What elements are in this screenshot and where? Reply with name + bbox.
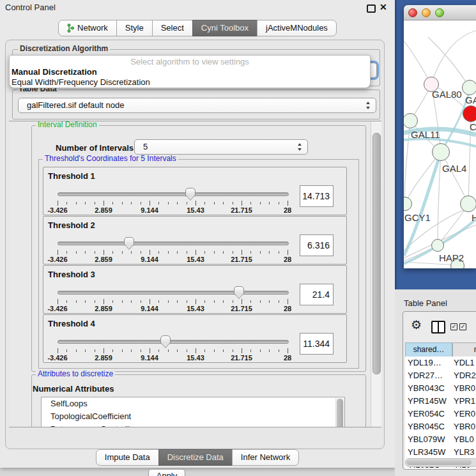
threshold-value-field[interactable]: 6.316 [300, 234, 334, 256]
attributes-list-scrollbar[interactable] [335, 398, 344, 427]
threshold-slider[interactable]: -3.4262.8599.14415.4321.71528 [58, 187, 288, 213]
threshold-slider[interactable]: -3.4262.8599.14415.4321.71528 [58, 285, 288, 312]
column-header-shared-name[interactable]: shared… [405, 342, 452, 357]
slider-tick [214, 349, 215, 352]
table-row[interactable]: YER054C YER0 [405, 408, 476, 420]
slider-tick [158, 349, 159, 352]
network-node-gal4[interactable] [432, 143, 450, 161]
table-horizontal-scrollbar[interactable] [405, 458, 476, 467]
tab-discretize-data[interactable]: Discretize Data [158, 449, 233, 466]
table-row[interactable]: YDL19… YDL1 [405, 357, 476, 369]
network-node-ga[interactable] [462, 80, 476, 95]
cell-name: YBR0 [454, 383, 475, 393]
tab-select[interactable]: Select [152, 20, 193, 36]
checkbox-icon[interactable]: ✓ [459, 323, 466, 330]
apply-button[interactable]: Apply [148, 469, 185, 476]
table-row[interactable]: YPR145W YPR1 [405, 395, 476, 408]
popup-item-manual-discretization[interactable]: Manual Discretization [12, 67, 97, 77]
slider-track[interactable] [58, 242, 289, 245]
slider-tick [112, 300, 113, 303]
column-header-name[interactable]: n... [452, 342, 476, 357]
network-node-hap2[interactable] [431, 239, 444, 252]
network-node-selected-red[interactable] [463, 105, 476, 122]
slider-tick [58, 250, 58, 255]
slider-tick-label: 2.859 [95, 206, 112, 214]
window-close-traffic-light[interactable] [408, 8, 417, 17]
scrollbar-thumb[interactable] [372, 133, 381, 374]
table-row[interactable]: YBR043C YBR0 [405, 382, 476, 395]
slider-thumb[interactable] [234, 286, 244, 295]
settings-vertical-scrollbar[interactable] [371, 121, 381, 427]
slider-tick-labels: -3.4262.8599.14415.4321.71528 [58, 206, 288, 214]
slider-tick [85, 202, 86, 204]
slider-ticks [58, 348, 288, 354]
slider-tick [177, 300, 178, 303]
slider-tick [112, 349, 113, 352]
slider-track[interactable] [58, 340, 289, 344]
threshold-panel: Threshold 3 21.4 -3.4262.8599.14415.4321… [43, 265, 347, 314]
slider-tick [76, 251, 77, 254]
slider-track[interactable] [58, 192, 289, 196]
numerical-attributes-list[interactable]: SelfLoopsTopologicalCoefficientBetweenne… [41, 397, 345, 427]
tab-jactivemnodules[interactable]: jActiveMNodules [257, 20, 337, 36]
slider-tick [196, 250, 196, 255]
tab-impute-data[interactable]: Impute Data [96, 449, 159, 466]
slider-thumb[interactable] [185, 188, 196, 197]
slider-thumb[interactable] [124, 237, 134, 246]
tab-style[interactable]: Style [116, 20, 153, 36]
slider-tick [279, 202, 279, 204]
slider-thumb[interactable] [160, 335, 171, 344]
slider-tick [141, 349, 141, 352]
slider-tick [187, 202, 187, 204]
network-node-h[interactable] [460, 196, 476, 212]
threshold-label: Threshold 3 [48, 270, 95, 279]
slider-tick [260, 349, 261, 352]
node-label: GA [465, 95, 476, 105]
popup-item-equal-width-frequency[interactable]: Equal Width/Frequency Discretization [12, 77, 150, 87]
tab-network[interactable]: Network [58, 20, 117, 36]
slider-track[interactable] [58, 291, 289, 295]
number-of-intervals-combobox[interactable]: 5 [134, 139, 308, 155]
tab-cyni-toolbox[interactable]: Cyni Toolbox [192, 20, 257, 36]
slider-tick-label: 9.144 [141, 256, 158, 263]
tab-label: Select [161, 23, 184, 33]
slider-tick [122, 202, 123, 204]
float-window-icon[interactable] [367, 4, 376, 13]
slider-tick [250, 202, 251, 204]
attribute-list-item[interactable]: SelfLoops [42, 397, 344, 410]
slider-tick [150, 348, 150, 353]
threshold-slider[interactable]: -3.4262.8599.14415.4321.71528 [58, 236, 288, 263]
close-icon[interactable]: ✕ [380, 2, 387, 12]
threshold-label: Threshold 1 [48, 171, 95, 181]
window-zoom-traffic-light[interactable] [435, 8, 444, 17]
cell-name: YPR1 [454, 396, 475, 406]
numerical-attributes-heading: Numerical Attributes [33, 384, 114, 394]
slider-tick [158, 202, 159, 204]
threshold-value-field[interactable]: 11.344 [300, 333, 334, 355]
table-row[interactable]: YDR27… YDR2 [405, 369, 476, 382]
network-canvas[interactable]: GAL80 GA C GAL11 GAL4 GCY1 H HAP2 [404, 20, 476, 268]
threshold-value-field[interactable]: 14.713 [300, 185, 334, 207]
scrollbar-thumb[interactable] [337, 399, 343, 427]
checkbox-icon[interactable]: ✓ [450, 323, 457, 330]
attribute-list-item[interactable]: TopologicalCoefficient [42, 410, 344, 423]
table-row[interactable]: YBL079W YBL0 [405, 433, 476, 446]
control-panel-window: Control Panel ✕ Network Style Select Cyn… [0, 0, 395, 468]
slider-tick [112, 202, 113, 204]
tab-infer-network[interactable]: Infer Network [232, 449, 299, 466]
attribute-list-item[interactable]: BetweennessCentrality [42, 423, 344, 427]
table-row[interactable]: YLR345W YLR3 [405, 446, 476, 459]
window-minimize-traffic-light[interactable] [422, 8, 431, 17]
scrollbar-thumb[interactable] [406, 459, 472, 465]
slider-tick [112, 251, 113, 254]
split-columns-icon[interactable] [431, 321, 445, 334]
slider-tick [214, 251, 215, 254]
gear-icon[interactable]: ⚙ [411, 318, 422, 332]
table-row[interactable]: YBR045C YBR0 [405, 420, 476, 433]
table-data-combobox[interactable]: galFiltered.sif default node [18, 98, 376, 113]
slider-tick-label: 9.144 [141, 206, 158, 214]
slider-tick [279, 349, 279, 352]
cell-name: YDR2 [454, 371, 476, 380]
threshold-slider[interactable]: -3.4262.8599.14415.4321.71528 [58, 334, 288, 361]
threshold-value-field[interactable]: 21.4 [300, 284, 334, 305]
